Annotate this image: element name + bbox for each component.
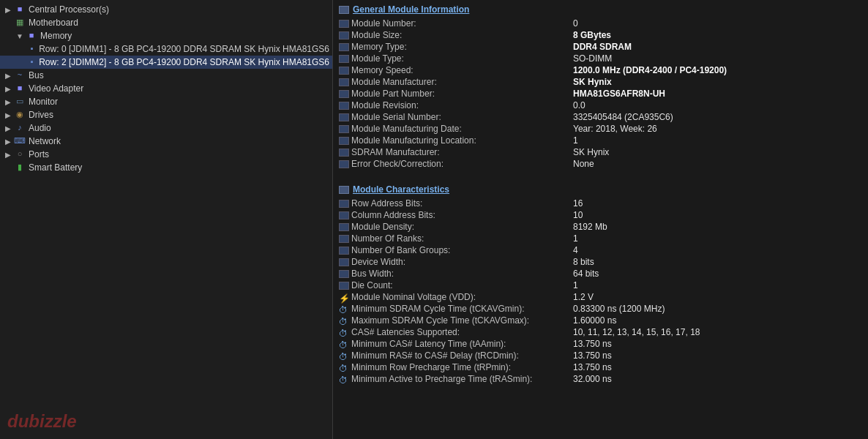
info-row: ⚡ Module Nominal Voltage (VDD): 1.2 V [339, 291, 862, 303]
label-text: Column Address Bits: [351, 210, 435, 220]
label-text: SDRAM Manufacturer: [351, 147, 440, 157]
info-row: Module Revision: 0.0 [339, 100, 862, 111]
row-label: Error Check/Correction: [339, 159, 573, 169]
row-value: HMA81GS6AFR8N-UH [573, 89, 665, 99]
row-label: Module Part Number: [339, 89, 573, 99]
tree-label: Monitor [29, 97, 58, 107]
row-sq-icon [339, 78, 349, 86]
row-sq-icon [339, 149, 349, 157]
info-row: ⏱ CAS# Latencies Supported: 10, 11, 12, … [339, 326, 862, 338]
row-value: 1.2 V [573, 292, 594, 302]
tree-item-battery[interactable]: ▮ Smart Battery [0, 161, 332, 174]
row-label: Module Type: [339, 53, 573, 64]
info-row: ⏱ Minimum RAS# to CAS# Delay (tRCDmin): … [339, 350, 862, 361]
tree-item-row2[interactable]: ▪ Row: 2 [JDIMM2] - 8 GB PC4-19200 DDR4 … [0, 56, 332, 69]
video-icon: ■ [13, 83, 26, 94]
label-text: Device Width: [351, 257, 405, 267]
label-text: CAS# Latencies Supported: [351, 327, 460, 337]
expander-icon[interactable]: ▶ [3, 111, 13, 119]
label-text: Minimum Active to Precharge Time (tRASmi… [351, 374, 532, 384]
row-value: 0 [573, 18, 578, 29]
row-label: ⏱ Minimum Row Precharge Time (tRPmin): [339, 362, 573, 372]
row-label: Module Serial Number: [339, 112, 573, 122]
clock-icon: ⏱ [339, 305, 349, 313]
bus-icon: ~ [13, 70, 26, 80]
expander-icon[interactable]: ▶ [3, 98, 13, 106]
info-row: Module Manufacturer: SK Hynix [339, 76, 862, 88]
expander-icon[interactable]: ▶ [3, 72, 13, 80]
expander-icon[interactable]: ▶ [3, 6, 13, 14]
label-text: Module Serial Number: [351, 112, 441, 122]
ports-icon: ○ [13, 149, 26, 160]
info-row: Memory Speed: 1200.0 MHz (DDR4-2400 / PC… [339, 64, 862, 76]
row-sq-icon [339, 137, 349, 145]
tree-item-cpu[interactable]: ▶ ■ Central Processor(s) [0, 3, 332, 16]
clock-icon: ⏱ [339, 329, 349, 337]
tree-item-video[interactable]: ▶ ■ Video Adapter [0, 82, 332, 95]
section-header-icon [339, 186, 349, 194]
tree-label: Video Adapter [29, 83, 83, 94]
bolt-icon: ⚡ [339, 293, 349, 301]
expander-icon[interactable]: ▶ [3, 124, 13, 132]
tree-item-ports[interactable]: ▶ ○ Ports [0, 148, 332, 161]
tree-label: Network [29, 136, 61, 146]
tree-item-memory[interactable]: ▼ ■ Memory [0, 29, 332, 42]
tree-item-motherboard[interactable]: ▦ Motherboard [0, 16, 332, 29]
row-label: ⏱ Minimum CAS# Latency Time (tAAmin): [339, 339, 573, 349]
section-title: Module Characteristics [353, 184, 449, 195]
section-general: General Module Information Module Number… [333, 0, 868, 173]
info-row: Module Manufacturing Date: Year: 2018, W… [339, 123, 862, 135]
row-sq-icon [339, 90, 349, 98]
row-sq-icon [339, 31, 349, 40]
tree-item-row0[interactable]: ▪ Row: 0 [JDIMM1] - 8 GB PC4-19200 DDR4 … [0, 42, 332, 56]
row-sq-icon [339, 102, 349, 110]
row-value: 8 GBytes [573, 30, 611, 40]
row-value: 4 [573, 245, 578, 255]
info-row: Error Check/Correction: None [339, 158, 862, 170]
row-label: ⚡ Module Nominal Voltage (VDD): [339, 292, 573, 302]
row-label: Module Manufacturing Date: [339, 124, 573, 134]
label-text: Module Revision: [351, 100, 419, 110]
row-value: 10 [573, 210, 583, 220]
expander-icon[interactable]: ▶ [3, 138, 13, 146]
info-row: Memory Type: DDR4 SDRAM [339, 41, 862, 53]
battery-icon: ▮ [13, 162, 26, 173]
row-label: Column Address Bits: [339, 210, 573, 220]
expander-icon[interactable]: ▶ [3, 151, 13, 159]
drives-icon: ◉ [13, 110, 26, 120]
row-label: Module Manufacturer: [339, 77, 573, 87]
label-text: Minimum Row Precharge Time (tRPmin): [351, 362, 511, 372]
row-value: 8 bits [573, 257, 594, 267]
row-label: Device Width: [339, 257, 573, 267]
row-sq-icon [339, 200, 349, 208]
info-row: Number Of Ranks: 1 [339, 233, 862, 244]
row-value: 64 bits [573, 269, 599, 279]
label-text: Error Check/Correction: [351, 159, 444, 169]
row-label: ⏱ Minimum Active to Precharge Time (tRAS… [339, 374, 573, 384]
tree-item-bus[interactable]: ▶ ~ Bus [0, 69, 332, 82]
info-row: Bus Width: 64 bits [339, 268, 862, 279]
expander-icon[interactable]: ▼ [15, 32, 25, 40]
row-value: 13.750 ns [573, 339, 612, 349]
info-row: Module Manufacturing Location: 1 [339, 135, 862, 146]
row-label: Number Of Bank Groups: [339, 245, 573, 255]
tree-item-audio[interactable]: ▶ ♪ Audio [0, 121, 332, 135]
tree-label: Memory [40, 31, 72, 41]
row-label: SDRAM Manufacturer: [339, 147, 573, 157]
label-text: Minimum SDRAM Cycle Time (tCKAVGmin): [351, 304, 524, 314]
section-header-general: General Module Information [339, 4, 862, 15]
row-sq-icon [339, 20, 349, 28]
tree-item-drives[interactable]: ▶ ◉ Drives [0, 108, 332, 121]
tree-item-monitor[interactable]: ▶ ▭ Monitor [0, 95, 332, 108]
row-label: Module Revision: [339, 100, 573, 110]
info-row: Column Address Bits: 10 [339, 209, 862, 221]
label-text: Number Of Bank Groups: [351, 245, 450, 255]
expander-icon[interactable]: ▶ [3, 85, 13, 93]
row-value: 8192 Mb [573, 222, 607, 232]
tree-item-network[interactable]: ▶ ⌨ Network [0, 135, 332, 148]
tree-label: Row: 0 [JDIMM1] - 8 GB PC4-19200 DDR4 SD… [39, 44, 329, 54]
row-value: 16 [573, 198, 583, 209]
row-value: None [573, 159, 594, 169]
row-label: Memory Type: [339, 42, 573, 52]
info-row: ⏱ Minimum SDRAM Cycle Time (tCKAVGmin): … [339, 303, 862, 315]
